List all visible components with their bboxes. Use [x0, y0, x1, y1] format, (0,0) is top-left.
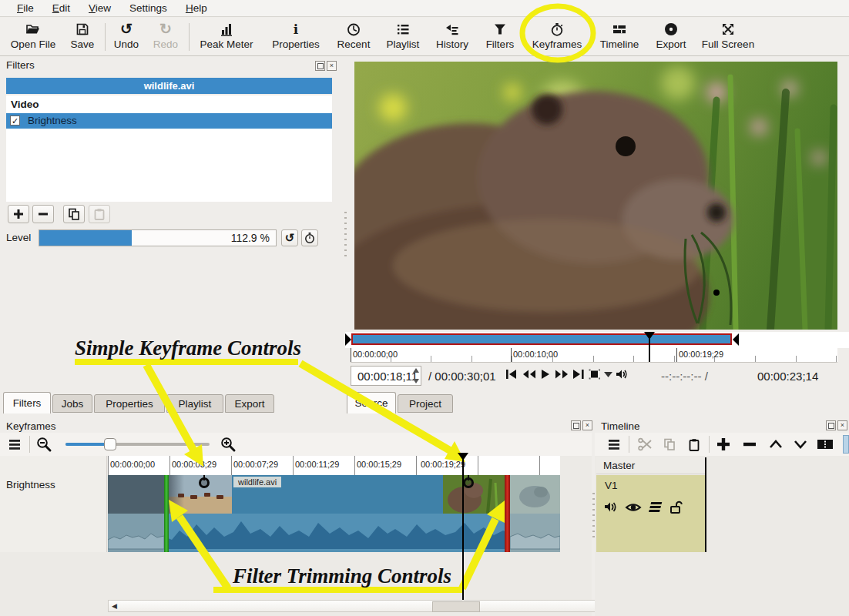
overwrite-button[interactable]	[790, 435, 810, 454]
menu-file[interactable]: File	[8, 2, 43, 15]
redo-label: Redo	[153, 38, 178, 50]
menu-help[interactable]: Help	[176, 2, 216, 15]
close-panel-icon[interactable]: ×	[582, 420, 592, 430]
cut-button	[635, 435, 655, 454]
menu-settings[interactable]: Settings	[120, 2, 176, 15]
volume-icon[interactable]	[615, 368, 630, 380]
fast-forward-icon[interactable]	[554, 368, 569, 380]
keyframes-button[interactable]: Keyframes	[525, 20, 589, 54]
playlist-button[interactable]: Playlist	[379, 20, 427, 54]
keyframes-zoom-slider[interactable]	[65, 443, 210, 446]
paste-icon	[687, 437, 701, 451]
lift-button[interactable]	[766, 435, 786, 454]
keyframes-toggle-button[interactable]	[301, 229, 318, 246]
scrollbar-thumb[interactable]	[432, 601, 480, 612]
filter-group-video: Video	[11, 99, 39, 110]
master-track-head[interactable]: Master	[596, 457, 706, 474]
full-screen-button[interactable]: Full Screen	[695, 20, 761, 54]
level-label: Level	[6, 232, 31, 243]
tab-playlist[interactable]: Playlist	[166, 394, 223, 413]
tab-jobs[interactable]: Jobs	[52, 394, 92, 413]
spinbox-up-button[interactable]	[413, 368, 419, 373]
close-panel-icon[interactable]: ×	[837, 420, 847, 430]
filters-button[interactable]: Filters	[479, 20, 521, 54]
tab-source[interactable]: Source	[347, 392, 396, 413]
tab-export[interactable]: Export	[225, 394, 274, 413]
close-panel-icon[interactable]: ×	[327, 61, 337, 71]
scrubber-bar[interactable]	[345, 332, 849, 348]
tab-project[interactable]: Project	[398, 394, 453, 413]
zoom-out-button[interactable]	[34, 435, 54, 454]
composite-layers-icon[interactable]	[646, 500, 663, 515]
recent-button[interactable]: Recent	[333, 20, 374, 54]
tab-properties[interactable]: Properties	[94, 394, 165, 413]
float-panel-icon[interactable]	[826, 420, 836, 430]
append-button[interactable]	[713, 435, 733, 454]
level-slider[interactable]: 112.9 %	[39, 229, 277, 246]
scroll-left-icon[interactable]: ◀	[112, 602, 117, 611]
undo-button[interactable]: ↺ Undo	[109, 20, 143, 54]
skip-start-icon[interactable]	[505, 368, 520, 380]
reset-level-button[interactable]: ↺	[281, 229, 298, 246]
peak-meter-button[interactable]: Peak Meter	[194, 20, 259, 54]
save-button[interactable]: Save	[65, 20, 100, 54]
remove-filter-button[interactable]	[32, 205, 54, 223]
rewind-icon[interactable]	[522, 368, 537, 380]
open-file-icon	[5, 20, 62, 38]
mute-icon[interactable]	[603, 500, 620, 515]
v1-track-head[interactable]: V1	[596, 475, 706, 552]
play-icon[interactable]	[539, 368, 552, 380]
menu-view[interactable]: View	[79, 2, 120, 15]
full-screen-label: Full Screen	[702, 38, 754, 50]
menu-edit[interactable]: Edit	[43, 2, 79, 15]
keyframes-track[interactable]: wildlife.avi	[108, 475, 560, 552]
ruler-label: 00:00:19;29	[421, 460, 465, 469]
chevron-down-icon[interactable]	[603, 370, 613, 379]
filters-panel-title: Filters	[6, 59, 35, 71]
keyframes-ruler[interactable]: 00:00:00;00 00:00:03;29 00:00:07;29 00:0…	[108, 456, 560, 476]
open-file-button[interactable]: Open File	[5, 20, 62, 54]
filmstrip-icon	[817, 438, 834, 450]
paste-button[interactable]	[684, 435, 704, 454]
keyframes-menu-button[interactable]	[5, 435, 25, 454]
playlist-label: Playlist	[387, 38, 420, 50]
player-playhead[interactable]	[644, 332, 655, 340]
filter-trim-out-handle[interactable]	[505, 475, 510, 552]
properties-icon: i	[263, 20, 328, 38]
history-icon	[430, 20, 475, 38]
panel-splitter[interactable]	[344, 212, 347, 258]
trim-in-marker[interactable]	[345, 333, 351, 346]
timeline-button[interactable]: Timeline	[593, 20, 646, 54]
hide-eye-icon[interactable]	[625, 500, 642, 515]
player-time-ruler[interactable]: 00:00:00;00 00:00:10;00 00:00:19;29	[351, 348, 837, 363]
timeline-menu-button[interactable]	[604, 435, 624, 454]
stop-zoom-icon[interactable]	[588, 368, 602, 380]
tab-filters[interactable]: Filters	[3, 392, 51, 413]
keyframes-hscrollbar[interactable]: ◀ ▶	[108, 600, 607, 612]
trim-out-marker[interactable]	[733, 333, 739, 346]
position-spinbox[interactable]: 00:00:18;11	[351, 366, 421, 386]
hamburger-icon	[8, 437, 22, 451]
ripple-delete-button[interactable]	[740, 435, 760, 454]
ruler-label: 00:00:11;29	[295, 460, 339, 469]
float-panel-icon[interactable]	[571, 420, 581, 430]
snap-toggle-button[interactable]	[843, 435, 849, 454]
lock-open-icon[interactable]	[668, 499, 685, 515]
clip-properties-button[interactable]	[815, 435, 835, 454]
zoom-in-button[interactable]	[218, 435, 238, 454]
history-button[interactable]: History	[430, 20, 475, 54]
keyframe-marker-2[interactable]	[463, 477, 474, 488]
filter-trim-in-handle[interactable]	[164, 475, 169, 552]
position-value: 00:00:18;11	[357, 370, 418, 383]
float-panel-icon[interactable]	[315, 61, 325, 71]
properties-button[interactable]: i Properties	[263, 20, 328, 54]
add-filter-button[interactable]	[8, 205, 29, 223]
skip-end-icon[interactable]	[571, 368, 586, 380]
slider-handle[interactable]	[104, 438, 116, 450]
copy-filters-button[interactable]	[63, 205, 85, 223]
spinbox-down-button[interactable]	[413, 379, 419, 383]
keyframe-marker-1[interactable]	[199, 477, 210, 488]
filter-row-brightness[interactable]: ✓ Brightness	[6, 113, 332, 129]
export-button[interactable]: Export	[650, 20, 692, 54]
filter-checkbox[interactable]: ✓	[10, 116, 20, 126]
